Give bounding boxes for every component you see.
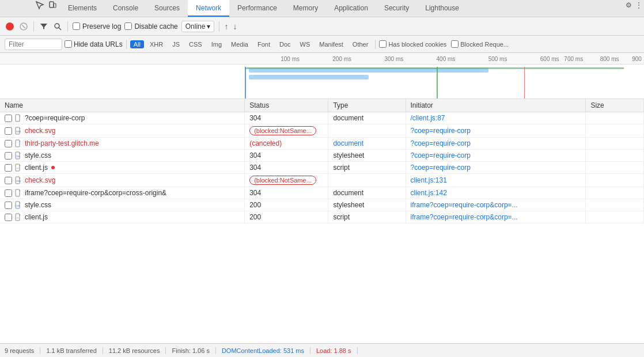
filter-type-font[interactable]: Font [254,40,274,48]
row-checkbox[interactable] [5,127,12,135]
filter-type-manifest[interactable]: Manifest [316,40,347,48]
row-initiator[interactable]: ?coep=require-corp [406,150,586,162]
throttle-select[interactable]: Online ▾ [181,21,215,32]
tab-performance[interactable]: Performance [229,0,285,17]
row-size [586,187,644,199]
svg-text:SVG: SVG [16,180,21,183]
row-checkbox[interactable] [5,115,12,122]
table-row[interactable]: iframe?coep=require-corp&corp=cross-orig… [0,187,644,199]
tick-100: 100 ms [281,56,300,62]
table-row[interactable]: JSclient.js304script?coep=require-corp [0,162,644,174]
initiator-link[interactable]: ?coep=require-corp [411,139,471,147]
clear-button[interactable] [18,21,29,32]
table-row[interactable]: CSSstyle.css200stylesheetiframe?coep=req… [0,199,644,211]
blocked-req-input[interactable] [451,40,459,48]
table-row[interactable]: ?coep=require-corp304document/client.js:… [0,112,644,124]
inspect-icon[interactable] [35,0,45,10]
row-name: client.js [25,164,48,172]
row-initiator[interactable]: client.js:142 [406,187,586,199]
preserve-log-input[interactable] [73,22,80,30]
initiator-link[interactable]: client.js:142 [411,189,447,197]
filter-icon[interactable] [39,21,49,32]
filter-type-img[interactable]: Img [208,40,225,48]
separator-2 [67,21,68,32]
filter-type-other[interactable]: Other [349,40,372,48]
row-initiator[interactable]: ?coep=require-corp [406,124,586,138]
initiator-link[interactable]: ?coep=require-corp [411,151,471,159]
row-status: 200 [245,199,328,211]
table-row[interactable]: SVGcheck.svg(blocked:NotSame...?coep=req… [0,124,644,138]
row-size [586,174,644,187]
row-checkbox[interactable] [5,164,12,172]
col-header-initiator[interactable]: Initiator [406,99,586,112]
tab-security[interactable]: Security [376,0,417,17]
filter-type-ws[interactable]: WS [297,40,314,48]
row-initiator[interactable]: /client.js:87 [406,112,586,124]
file-icon: CSS [14,201,22,209]
blocked-requests[interactable]: Blocked Reque... [451,40,509,48]
initiator-link[interactable]: iframe?coep=require-corp&corp=... [411,201,518,209]
preserve-log-checkbox[interactable]: Preserve log [73,22,121,31]
disable-cache-input[interactable] [124,22,132,30]
download-icon[interactable]: ↓ [233,22,237,31]
tab-application[interactable]: Application [326,0,376,17]
more-icon[interactable]: ⋮ [634,0,644,10]
filter-type-css[interactable]: CSS [185,40,206,48]
row-status: 200 [245,211,328,223]
initiator-link[interactable]: /client.js:87 [411,114,445,122]
row-checkbox[interactable] [5,152,12,159]
tab-memory[interactable]: Memory [285,0,326,17]
filter-type-media[interactable]: Media [228,40,252,48]
row-initiator[interactable]: iframe?coep=require-corp&corp=... [406,211,586,223]
filter-type-js[interactable]: JS [169,40,183,48]
row-initiator[interactable]: client.js:131 [406,174,586,187]
table-header: Name Status Type Initiator Size [0,99,644,112]
row-checkbox[interactable] [5,177,12,184]
table-container[interactable]: Name Status Type Initiator Size ?coep=re… [0,99,644,343]
device-toggle-icon[interactable] [47,0,58,10]
tab-lighthouse[interactable]: Lighthouse [417,0,467,17]
has-blocked-input[interactable] [379,40,387,48]
filter-type-doc[interactable]: Doc [276,40,294,48]
hide-data-urls-input[interactable] [65,40,72,48]
col-header-type[interactable]: Type [328,99,406,112]
initiator-link[interactable]: ?coep=require-corp [411,127,471,135]
settings-icon[interactable]: ⚙ [623,0,634,10]
initiator-link[interactable]: client.js:131 [411,176,447,184]
tab-console[interactable]: Console [105,0,146,17]
search-icon[interactable] [52,21,63,32]
filter-type-all[interactable]: All [130,40,144,48]
table-row[interactable]: CSSstyle.css304stylesheet?coep=require-c… [0,150,644,162]
table-row[interactable]: JSclient.js200scriptiframe?coep=require-… [0,211,644,223]
row-size [586,199,644,211]
load-time: Load: 1.88 s [310,347,358,354]
has-blocked-cookies[interactable]: Has blocked cookies [379,40,446,48]
tab-network[interactable]: Network [188,0,229,17]
filter-input[interactable] [5,39,62,50]
row-checkbox[interactable] [5,140,12,147]
row-checkbox[interactable] [5,189,12,197]
col-header-status[interactable]: Status [245,99,328,112]
table-row[interactable]: third-party-test.glitch.me(canceled)docu… [0,138,644,150]
row-type: document [328,112,406,124]
row-initiator[interactable]: iframe?coep=require-corp&corp=... [406,199,586,211]
initiator-link[interactable]: iframe?coep=require-corp&corp=... [411,213,518,221]
row-checkbox[interactable] [5,214,12,221]
filter-type-xhr[interactable]: XHR [146,40,166,48]
tab-sources[interactable]: Sources [146,0,188,17]
row-status: 304 [245,150,328,162]
row-checkbox[interactable] [5,202,12,209]
tick-600: 600 ms [540,56,559,62]
disable-cache-checkbox[interactable]: Disable cache [124,22,177,31]
hide-data-urls-checkbox[interactable]: Hide data URLs [65,40,123,48]
col-header-size[interactable]: Size [586,99,644,112]
col-header-name[interactable]: Name [0,99,245,112]
tab-elements[interactable]: Elements [60,0,105,17]
initiator-link[interactable]: ?coep=require-corp [411,164,471,172]
row-initiator[interactable]: ?coep=require-corp [406,162,586,174]
upload-icon[interactable]: ↑ [224,22,228,31]
record-button[interactable] [5,21,15,32]
row-initiator[interactable]: ?coep=require-corp [406,138,586,150]
table-row[interactable]: SVGcheck.svg(blocked:NotSame...client.js… [0,174,644,187]
row-type: script [328,211,406,223]
